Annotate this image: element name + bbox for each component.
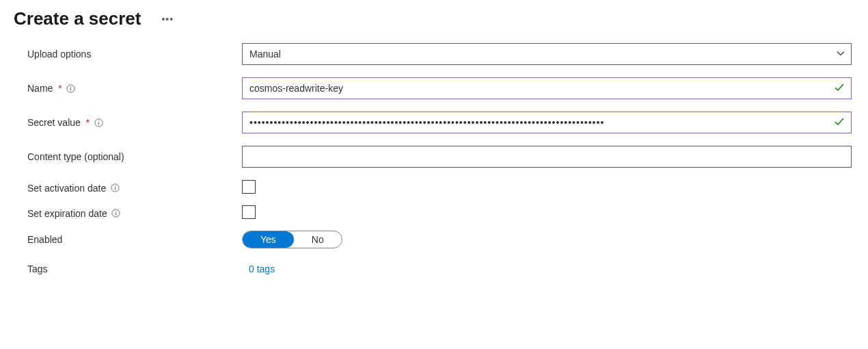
svg-point-1 xyxy=(70,86,71,87)
ellipsis-icon: ••• xyxy=(161,14,174,25)
required-asterisk: * xyxy=(86,117,90,128)
upload-options-select[interactable]: Manual xyxy=(242,43,852,65)
info-icon[interactable] xyxy=(66,83,76,93)
enabled-label: Enabled xyxy=(27,234,62,245)
upload-options-label: Upload options xyxy=(27,49,91,60)
secret-value-input[interactable] xyxy=(242,112,852,133)
name-input[interactable] xyxy=(242,77,852,99)
svg-point-7 xyxy=(116,211,116,211)
page-title: Create a secret xyxy=(14,8,141,29)
create-secret-form: Upload options Manual Name * xyxy=(0,29,868,274)
content-type-label: Content type (optional) xyxy=(27,151,124,162)
tags-label: Tags xyxy=(27,263,48,274)
content-type-input[interactable] xyxy=(242,146,852,168)
name-label: Name xyxy=(27,83,53,94)
enabled-toggle: Yes No xyxy=(242,231,342,248)
info-icon[interactable] xyxy=(110,183,120,193)
secret-value-label: Secret value xyxy=(27,117,81,128)
info-icon[interactable] xyxy=(111,209,121,218)
expiration-date-checkbox[interactable] xyxy=(242,205,256,219)
expiration-date-label: Set expiration date xyxy=(27,208,107,219)
svg-point-3 xyxy=(98,120,99,121)
info-icon[interactable] xyxy=(94,118,103,127)
activation-date-checkbox[interactable] xyxy=(242,180,256,194)
upload-options-value[interactable]: Manual xyxy=(242,43,852,65)
enabled-no-button[interactable]: No xyxy=(294,231,342,248)
enabled-yes-button[interactable]: Yes xyxy=(243,231,294,248)
activation-date-label: Set activation date xyxy=(27,183,106,194)
required-asterisk: * xyxy=(58,83,62,94)
more-actions-button[interactable]: ••• xyxy=(161,14,174,25)
svg-point-5 xyxy=(115,185,116,186)
tags-link[interactable]: 0 tags xyxy=(242,263,275,274)
